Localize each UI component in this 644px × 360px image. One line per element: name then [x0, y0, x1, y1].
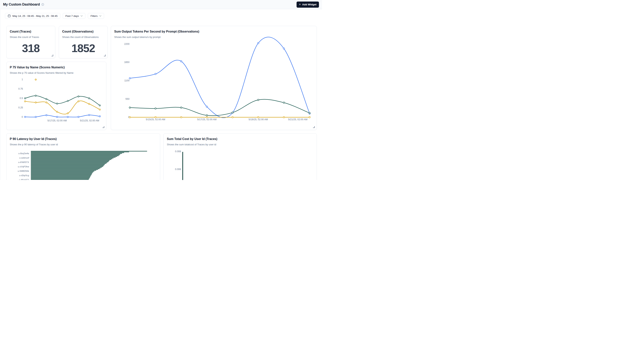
p90-bar [31, 157, 116, 158]
date-range-value: May 14, 25 : 08:45 - May 21, 25 : 08:45 [12, 15, 58, 18]
chevron-down-icon [80, 15, 83, 17]
metric-value: 318 [6, 42, 55, 55]
p90-bar [31, 154, 120, 155]
p90-bar [31, 162, 108, 162]
line-chart-p75-scores: 00.250.50.7515/17/25, 02:00 AM5/21/25, 0… [6, 62, 106, 130]
svg-text:5/15/25, 02:00 AM: 5/15/25, 02:00 AM [146, 118, 165, 121]
p90-axis-label: u-aobnuxf [6, 156, 29, 159]
p90-bar [31, 174, 92, 174]
resize-handle[interactable] [313, 126, 315, 128]
page-title: My Custom Dashboard [3, 3, 40, 7]
svg-text:5/17/25, 02:00 AM: 5/17/25, 02:00 AM [48, 119, 67, 122]
resize-handle[interactable] [52, 55, 53, 56]
cost-bar [182, 152, 183, 180]
p90-bar [31, 166, 103, 167]
bar-chart-p90-latency: u-8sq2w4au-aobnuxfu-tFAR5TXu-zVqP3hwu-5M… [6, 134, 160, 180]
info-icon[interactable] [41, 3, 44, 6]
p90-bar [31, 159, 112, 159]
svg-text:5/21/25, 02:00 AM: 5/21/25, 02:00 AM [80, 119, 99, 122]
p90-bar [31, 165, 104, 165]
widget-subtitle: Shows the count of Traces [10, 36, 52, 39]
svg-text:550: 550 [126, 98, 130, 100]
p90-bar [31, 152, 124, 153]
range-preset-value: Past 7 days [66, 15, 79, 18]
p90-axis-label: u-8fVa9T3 [6, 178, 29, 180]
p90-axis-label: u-zVqP3hw [6, 165, 29, 168]
resize-handle[interactable] [104, 55, 106, 56]
cost-axis-label: 0.008 [171, 150, 181, 153]
p90-bar [31, 175, 92, 175]
page-header: My Custom Dashboard + Add Widget [0, 0, 322, 9]
svg-text:0.75: 0.75 [18, 88, 23, 90]
filters-label: Filters [90, 15, 98, 18]
svg-text:1650: 1650 [124, 61, 130, 64]
p90-bar [31, 176, 90, 177]
p90-bar [31, 160, 110, 161]
p90-bar [31, 169, 100, 169]
p90-bar [31, 151, 147, 151]
p90-bar [31, 178, 90, 178]
svg-text:5/19/25, 02:00 AM: 5/19/25, 02:00 AM [248, 118, 268, 121]
p90-bar [31, 164, 105, 165]
p90-bar [31, 158, 114, 158]
p90-bar [31, 155, 120, 155]
p90-bar [31, 170, 96, 171]
p90-bar [31, 153, 122, 154]
widget-card-count-observations: Count (Observations) Shows the count of … [59, 26, 108, 58]
p90-bar [31, 168, 101, 168]
svg-text:5/17/25, 02:00 AM: 5/17/25, 02:00 AM [197, 118, 216, 121]
add-widget-label: Add Widget [302, 3, 316, 6]
p90-bar [31, 156, 117, 157]
metric-value: 1852 [59, 42, 108, 55]
range-preset-dropdown[interactable]: Past 7 days [63, 13, 86, 19]
svg-text:0.5: 0.5 [20, 97, 23, 100]
widget-card-count-traces: Count (Traces) Shows the count of Traces… [6, 26, 55, 58]
svg-text:5/21/25, 02:00 AM: 5/21/25, 02:00 AM [288, 118, 308, 121]
widget-card-p75-scores: P 75 Value by Name (Scores Numeric) Show… [6, 62, 106, 130]
svg-text:0: 0 [22, 116, 23, 118]
svg-text:0.25: 0.25 [18, 106, 23, 109]
p90-bar [31, 178, 89, 179]
p90-bar [31, 152, 129, 152]
widget-title: Count (Traces) [10, 30, 52, 33]
p90-bar [31, 161, 109, 161]
p90-bar [31, 167, 102, 168]
svg-text:2200: 2200 [124, 43, 130, 45]
p90-bar [31, 173, 92, 174]
p90-axis-label: u-8sq2w4a [6, 152, 29, 155]
p90-bar [31, 159, 111, 160]
p90-bar [31, 172, 94, 172]
calendar-icon [8, 14, 11, 18]
line-chart-tokens-per-prompt: 05501100165022005/15/25, 02:00 AM5/17/25… [111, 26, 317, 130]
widget-card-p90-latency: P 90 Latency by User Id (Traces) Shows t… [6, 133, 160, 180]
widget-card-tokens-per-prompt: Sum Output Tokens Per Second by Prompt (… [111, 26, 317, 130]
filter-toolbar: May 14, 25 : 08:45 - May 21, 25 : 08:45 … [0, 9, 322, 19]
p90-bar [31, 156, 118, 156]
p90-axis-label: u-tFAR5TX [6, 161, 29, 164]
date-range-button[interactable]: May 14, 25 : 08:45 - May 21, 25 : 08:45 [5, 13, 60, 19]
p90-bar [31, 162, 107, 163]
widget-title: Count (Observations) [62, 30, 104, 33]
p90-bar [31, 177, 90, 178]
p90-bar [31, 172, 93, 173]
plus-icon: + [299, 3, 301, 6]
svg-text:1: 1 [22, 78, 23, 81]
widget-card-total-cost: Sum Total Cost by User Id (Traces) Shows… [164, 133, 317, 180]
p90-bar [31, 165, 104, 166]
p90-bar [31, 175, 91, 176]
p90-bar [31, 163, 106, 164]
bar-chart-total-cost: 0.0080.006 [164, 134, 317, 180]
filters-dropdown[interactable]: Filters [88, 13, 104, 19]
p90-bar [31, 179, 89, 180]
resize-handle[interactable] [102, 126, 104, 128]
widget-subtitle: Shows the count of Observations [62, 36, 104, 39]
dashboard-content: May 14, 25 : 08:45 - May 21, 25 : 08:45 … [0, 9, 322, 180]
p90-axis-label: u-d3qr5cg [6, 174, 29, 177]
add-widget-button[interactable]: + Add Widget [296, 2, 319, 8]
p90-axis-label: u-5M8D56k [6, 170, 29, 172]
svg-text:1100: 1100 [124, 79, 130, 82]
chevron-down-icon [99, 15, 102, 17]
cost-axis-label: 0.006 [171, 168, 181, 171]
p90-bar [31, 171, 94, 171]
p90-bar [31, 169, 98, 170]
